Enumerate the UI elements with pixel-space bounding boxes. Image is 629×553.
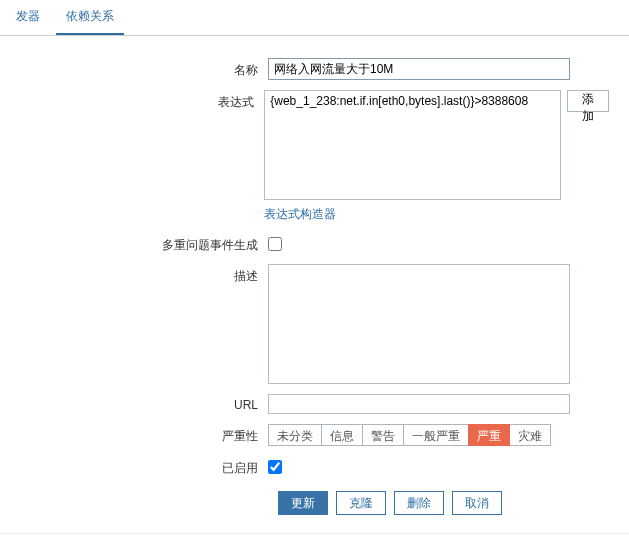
severity-information[interactable]: 信息 xyxy=(321,424,363,446)
cancel-button[interactable]: 取消 xyxy=(452,491,502,515)
form: 名称 表达式 {web_1_238:net.if.in[eth0,bytes].… xyxy=(0,36,629,534)
name-input[interactable] xyxy=(268,58,570,80)
severity-high[interactable]: 严重 xyxy=(468,424,510,446)
add-button[interactable]: 添加 xyxy=(567,90,609,112)
severity-warning[interactable]: 警告 xyxy=(362,424,404,446)
label-severity: 严重性 xyxy=(10,424,268,445)
severity-group: 未分类 信息 警告 一般严重 严重 灾难 xyxy=(268,424,551,446)
tab-dependency[interactable]: 依赖关系 xyxy=(56,0,124,35)
enabled-checkbox[interactable] xyxy=(268,460,282,474)
label-description: 描述 xyxy=(10,264,268,285)
action-buttons: 更新 克隆 删除 取消 xyxy=(278,491,609,515)
severity-average[interactable]: 一般严重 xyxy=(403,424,469,446)
label-name: 名称 xyxy=(10,58,268,79)
label-expression: 表达式 xyxy=(10,90,264,111)
severity-disaster[interactable]: 灾难 xyxy=(509,424,551,446)
delete-button[interactable]: 删除 xyxy=(394,491,444,515)
clone-button[interactable]: 克隆 xyxy=(336,491,386,515)
url-input[interactable] xyxy=(268,394,570,414)
expression-textarea[interactable]: {web_1_238:net.if.in[eth0,bytes].last()}… xyxy=(264,90,561,200)
label-enabled: 已启用 xyxy=(10,456,268,477)
expression-builder-link[interactable]: 表达式构造器 xyxy=(264,206,336,223)
severity-not-classified[interactable]: 未分类 xyxy=(268,424,322,446)
label-multi-event: 多重问题事件生成 xyxy=(10,233,268,254)
multi-event-checkbox[interactable] xyxy=(268,237,282,251)
tabs: 发器 依赖关系 xyxy=(0,0,629,36)
tab-trigger[interactable]: 发器 xyxy=(6,0,50,35)
description-textarea[interactable] xyxy=(268,264,570,384)
update-button[interactable]: 更新 xyxy=(278,491,328,515)
label-url: URL xyxy=(10,394,268,412)
